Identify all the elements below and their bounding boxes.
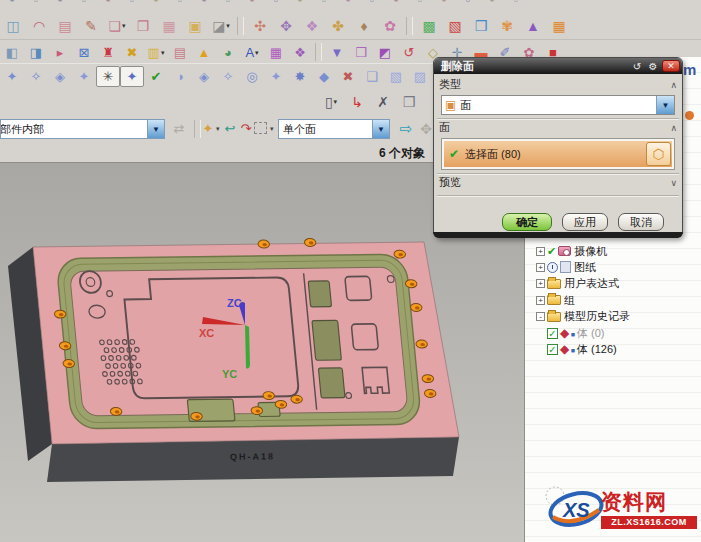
toolbar-icon-r2-7[interactable]: ▣ — [182, 15, 208, 36]
toolbar-icon-r4-4[interactable]: ✳ — [96, 66, 120, 87]
toolbar-icon-r1-1[interactable]: ▫ — [24, 0, 48, 10]
toolbar-icon-r5-2[interactable]: ✗ — [370, 91, 396, 112]
rectangle-select-caret-icon[interactable]: ▾ — [270, 125, 274, 133]
toolbar-icon-r2-18[interactable]: ▧ — [442, 15, 468, 36]
toolbar-icon-r2-14[interactable]: ♦ — [351, 15, 377, 36]
toolbar-icon-r4-7[interactable]: ◑ — [168, 66, 192, 87]
toolbar-icon-r4-16[interactable]: ▧ — [384, 66, 408, 87]
toolbar-icon-r3-15[interactable]: ❒ — [349, 42, 373, 63]
face-selection-row[interactable]: ✔ 选择面 (80) — [444, 141, 672, 167]
selection-filter-dropdown-arrow-icon[interactable]: ▼ — [372, 120, 389, 138]
tree-item-0[interactable]: +✔摄像机 — [525, 243, 701, 259]
tree-item-6[interactable]: ✓◆体 (126) — [525, 341, 701, 357]
toolbar-icon-r2-2[interactable]: ▤ — [52, 15, 78, 36]
tree-expander-icon[interactable]: + — [536, 296, 545, 305]
toolbar-icon-r1-14[interactable]: ▪ — [336, 0, 360, 10]
toolbar-icon-r5-0[interactable]: ▯▾ — [318, 91, 344, 112]
toolbar-icon-r1-20[interactable]: ▪ — [480, 0, 504, 10]
toolbar-caret-icon[interactable]: ▾ — [334, 98, 338, 105]
toolbar-icon-r1-16[interactable]: ▪ — [384, 0, 408, 10]
toolbar-icon-r2-20[interactable]: ✾ — [494, 15, 520, 36]
toolbar-icon-r2-8[interactable]: ◪▾ — [208, 15, 234, 36]
toolbar-icon-r4-2[interactable]: ◈ — [48, 66, 72, 87]
toolbar-icon-r3-7[interactable]: ▤ — [168, 42, 192, 63]
forward-arrow-icon[interactable]: ⇨ — [398, 120, 414, 137]
toolbar-icon-r4-3[interactable]: ✦ — [72, 66, 96, 87]
tree-checkbox[interactable]: ✓ — [547, 328, 558, 339]
tree-item-3[interactable]: +组 — [525, 292, 701, 308]
toolbar-icon-r2-19[interactable]: ❒ — [468, 15, 494, 36]
toolbar-icon-r4-8[interactable]: ◈ — [192, 66, 216, 87]
toolbar-icon-r4-17[interactable]: ▨ — [408, 66, 432, 87]
tree-item-4[interactable]: -模型历史记录 — [525, 309, 701, 325]
toolbar-icon-r3-14[interactable]: ▼ — [325, 42, 349, 63]
toolbar-icon-r1-12[interactable]: ▪ — [288, 0, 312, 10]
dialog-close-icon[interactable]: ✕ — [662, 60, 680, 72]
face-section-header[interactable]: 面 ∧ — [439, 120, 677, 135]
select-face-cube-button[interactable]: ⬡ — [646, 142, 671, 166]
toolbar-icon-r4-0[interactable]: ✦ — [0, 66, 24, 87]
toolbar-caret-icon[interactable]: ▾ — [122, 22, 126, 29]
toolbar-icon-r3-12[interactable]: ❖ — [288, 42, 312, 63]
tree-expander-icon[interactable]: + — [536, 263, 545, 272]
toolbar-icon-r3-2[interactable]: ▸ — [48, 42, 72, 63]
toolbar-icon-r2-6[interactable]: ▦ — [156, 15, 182, 36]
toolbar-icon-r2-0[interactable]: ◫ — [0, 15, 26, 36]
toolbar-icon-r4-11[interactable]: ✦ — [264, 66, 288, 87]
toolbar-icon-r1-6[interactable]: ▪ — [144, 0, 168, 10]
face-type-dropdown-arrow-icon[interactable]: ▼ — [656, 96, 674, 114]
toolbar-icon-r3-3[interactable]: ⊠ — [72, 42, 96, 63]
expand-arrow-icon[interactable]: ∨ — [670, 178, 677, 188]
dialog-titlebar[interactable]: 删除面 ↺ ⚙ ✕ — [434, 58, 682, 74]
snap-point-icon[interactable]: ✦ — [200, 120, 216, 137]
pan-icon[interactable]: ✥ — [418, 120, 434, 137]
toolbar-icon-r3-9[interactable]: ◕ — [216, 42, 240, 63]
toolbar-icon-r3-1[interactable]: ◨ — [24, 42, 48, 63]
toolbar-icon-r1-0[interactable]: ▪ — [0, 0, 24, 10]
preview-section-header[interactable]: 预览 ∨ — [439, 175, 677, 190]
toolbar-icon-r1-9[interactable]: ▫ — [216, 0, 240, 10]
toolbar-icon-r1-3[interactable]: ▫ — [72, 0, 96, 10]
toolbar-icon-r4-9[interactable]: ✧ — [216, 66, 240, 87]
toolbar-icon-r4-10[interactable]: ◎ — [240, 66, 264, 87]
tree-checkbox[interactable]: ✓ — [547, 344, 558, 355]
toolbar-icon-r1-19[interactable]: ▫ — [456, 0, 480, 10]
toolbar-icon-r1-4[interactable]: ▪ — [96, 0, 120, 10]
toolbar-icon-r2-15[interactable]: ✿ — [377, 15, 403, 36]
dialog-reset-icon[interactable]: ↺ — [630, 60, 644, 72]
apply-button[interactable]: 应用 — [562, 213, 608, 231]
toolbar-icon-r3-10[interactable]: A▾ — [240, 42, 264, 63]
toolbar-icon-r5-3[interactable]: ❒ — [396, 91, 422, 112]
toolbar-icon-r2-13[interactable]: ✤ — [325, 15, 351, 36]
tree-item-1[interactable]: +图纸 — [525, 259, 701, 275]
rectangle-select-icon[interactable] — [254, 122, 267, 134]
toolbar-caret-icon[interactable]: ▾ — [161, 49, 165, 56]
toolbar-icon-r1-8[interactable]: ▪ — [192, 0, 216, 10]
toolbar-icon-r3-6[interactable]: ▥▾ — [144, 42, 168, 63]
toolbar-icon-r1-2[interactable]: ▪ — [48, 0, 72, 10]
toolbar-icon-r4-1[interactable]: ✧ — [24, 66, 48, 87]
scope-dropdown-arrow-icon[interactable]: ▼ — [147, 120, 164, 138]
tree-expander-icon[interactable]: - — [536, 312, 545, 321]
toolbar-icon-r3-0[interactable]: ◧ — [0, 42, 24, 63]
tree-item-5[interactable]: ✓◆体 (0) — [525, 325, 701, 341]
toolbar-icon-r4-6[interactable]: ✔ — [144, 66, 168, 87]
toolbar-icon-r1-21[interactable]: ▫ — [504, 0, 528, 10]
redo-arrow-icon[interactable]: ↷ — [238, 120, 254, 137]
selection-filter-combobox[interactable]: 单个面 ▼ — [278, 119, 390, 139]
toolbar-icon-r1-5[interactable]: ▫ — [120, 0, 144, 10]
toolbar-icon-r2-21[interactable]: ▲ — [520, 15, 546, 36]
tree-item-2[interactable]: +用户表达式 — [525, 276, 701, 292]
toolbar-icon-r2-10[interactable]: ✣ — [247, 15, 273, 36]
toolbar-icon-r1-15[interactable]: ▫ — [360, 0, 384, 10]
toolbar-icon-r2-17[interactable]: ▩ — [416, 15, 442, 36]
refresh-icon[interactable]: ⇄ — [171, 120, 187, 137]
toolbar-icon-r2-22[interactable]: ▦ — [546, 15, 572, 36]
toolbar-icon-r4-5[interactable]: ✦ — [120, 66, 144, 87]
toolbar-icon-r3-8[interactable]: ▲ — [192, 42, 216, 63]
toolbar-icon-r5-1[interactable]: ↳ — [344, 91, 370, 112]
toolbar-icon-r3-11[interactable]: ▦ — [264, 42, 288, 63]
collapse-arrow-icon[interactable]: ∧ — [670, 80, 677, 90]
toolbar-icon-r1-11[interactable]: ▫ — [264, 0, 288, 10]
type-section-header[interactable]: 类型 ∧ — [439, 77, 677, 92]
